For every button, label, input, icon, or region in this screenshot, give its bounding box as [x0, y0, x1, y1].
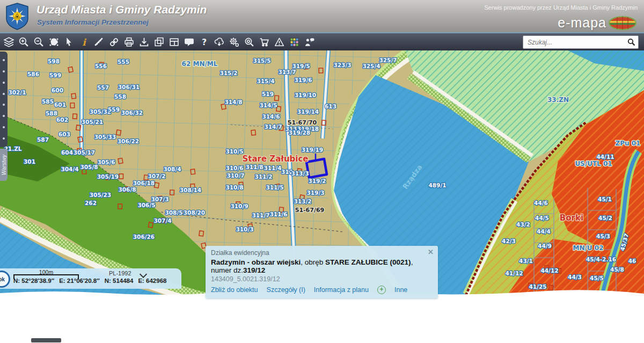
measure-icon[interactable]	[91, 34, 106, 49]
copy-view-icon[interactable]	[151, 34, 166, 49]
map-label: 319/10	[295, 92, 316, 98]
parcel-text: , obręb	[301, 258, 325, 266]
map-label: 62 MN/ML	[182, 60, 218, 68]
coord-lat: N: 52°28'38.9″	[13, 278, 54, 284]
service-note: Serwis prowadzony przez Urząd Miasta i G…	[485, 4, 638, 11]
map-label: 319/2	[308, 178, 326, 184]
map-label: 44/6	[534, 200, 548, 206]
search-box	[523, 35, 639, 49]
map-label: 305/23	[90, 192, 111, 198]
map-label: 311/4	[264, 165, 281, 171]
map-label: 599	[49, 72, 61, 78]
parcel-description: Radzymin - obszar wiejski, obręb STARE Z…	[211, 258, 433, 274]
map-label: 319/19	[302, 147, 323, 153]
map-label: 305/19	[97, 173, 119, 180]
map-label: 558	[114, 93, 126, 100]
details-link[interactable]: Szczegóły (I)	[267, 286, 305, 294]
layers-panel-tab-label: Warstwy	[1, 155, 7, 175]
map-label: 325/7	[379, 57, 397, 63]
map-label: 43/2	[516, 221, 530, 228]
map-label: 306/8	[118, 186, 136, 193]
map-label: 310/9	[230, 203, 248, 209]
legend-palette-icon[interactable]	[287, 34, 302, 49]
map-label: 313/7	[278, 69, 296, 75]
map-label: 586	[27, 71, 39, 77]
map-label: 44/5	[535, 215, 549, 221]
map-label: 44/3	[568, 274, 582, 280]
map-label: 588	[46, 110, 57, 116]
popup-title: Działka ewidencyjna	[211, 249, 433, 257]
search-input[interactable]	[523, 39, 627, 46]
map-label: 325/4	[362, 63, 380, 69]
cart-icon[interactable]	[257, 34, 272, 49]
help-icon[interactable]: ?	[196, 34, 211, 49]
map-label: 45/2	[598, 215, 612, 221]
link-icon[interactable]	[106, 34, 121, 49]
app-header: Urząd Miasta i Gminy Radzymin System Inf…	[0, 0, 644, 33]
map-label: 311/2	[254, 173, 272, 180]
map-label: 310/5	[225, 148, 243, 155]
zoom-in-icon[interactable]	[16, 34, 31, 49]
chevron-down-icon[interactable]	[140, 271, 147, 278]
map-label: 519	[262, 91, 274, 97]
map-label: 262	[85, 200, 97, 206]
print-icon[interactable]	[121, 34, 136, 49]
svg-text:i: i	[82, 37, 87, 48]
map-label: 559	[108, 106, 120, 113]
plus-circle-icon[interactable]: +	[377, 286, 386, 294]
info-icon[interactable]: i	[76, 34, 91, 49]
crs-selector[interactable]: PL-1992	[109, 270, 131, 276]
contact-icon[interactable]	[302, 34, 317, 49]
close-icon[interactable]: ✕	[428, 249, 434, 256]
pointer-icon[interactable]	[61, 34, 76, 49]
layers-panel-tab[interactable]: Warstwy	[0, 149, 8, 181]
map-label: MN/U 02	[573, 244, 604, 252]
map-label: 311/5	[266, 184, 283, 191]
search-icon[interactable]	[627, 38, 635, 46]
map-label: 51-67/69	[295, 207, 325, 214]
map-label: 585	[42, 98, 54, 105]
map-label: 602	[56, 116, 68, 123]
svg-text:?: ?	[201, 37, 206, 47]
other-link[interactable]: Inne	[394, 286, 407, 294]
map-label: 304/4	[61, 166, 78, 172]
map-label: 45/8	[610, 266, 624, 273]
emapa-brand: e-mapa	[558, 15, 606, 31]
settings-icon[interactable]	[226, 34, 241, 49]
zoom-to-object-link[interactable]: Zbliż do obiektu	[211, 286, 258, 294]
town-crest-logo	[5, 3, 29, 30]
map-label: 603	[58, 131, 70, 137]
map-label: 305/33	[94, 134, 116, 140]
find-parcel-icon[interactable]	[241, 34, 257, 49]
parcel-info-popup: Działka ewidencyjna ✕ Radzymin - obszar …	[206, 246, 438, 298]
map-label: 314/8	[224, 99, 242, 105]
map-label: 44/4	[537, 228, 551, 235]
map-label: 555	[118, 59, 129, 65]
map-label: 44/12	[540, 267, 558, 274]
cloud-download-icon[interactable]	[211, 34, 226, 49]
coord-lon: E: 21°06'20.8″	[59, 278, 100, 284]
map-label: 556	[95, 63, 107, 69]
status-bar: ok 100m PL-1992 N: 52°28'38.9″ E: 21°06'…	[0, 268, 181, 289]
download-icon[interactable]	[136, 34, 151, 49]
parcel-id: 143409_5.0021.319/12	[211, 275, 433, 283]
map-label: Borki	[560, 213, 583, 223]
left-toolbar-collapsed[interactable]	[0, 52, 8, 147]
feedback-bubble-icon[interactable]	[181, 34, 196, 49]
map-label: 306/32	[121, 110, 143, 116]
plan-info-link[interactable]: Informacja z planu	[314, 286, 369, 294]
zoom-out-icon[interactable]	[31, 34, 46, 49]
ok-button[interactable]: ok	[0, 271, 10, 288]
map-label: 319/14	[297, 108, 319, 115]
warning-icon[interactable]	[272, 34, 287, 49]
map-label: 310/8	[225, 184, 243, 191]
layout-panels-icon[interactable]	[166, 34, 181, 49]
horizontal-scrollbar-thumb[interactable]	[31, 338, 61, 342]
select-shape-icon[interactable]	[46, 34, 61, 49]
map-label: US/UTL 01	[575, 160, 612, 167]
map-label: 600	[52, 87, 63, 93]
coord-e: E: 642968	[138, 278, 166, 284]
map-label: 598	[48, 58, 60, 64]
map-label: 311/7	[252, 212, 269, 218]
layers-icon[interactable]	[1, 34, 16, 49]
